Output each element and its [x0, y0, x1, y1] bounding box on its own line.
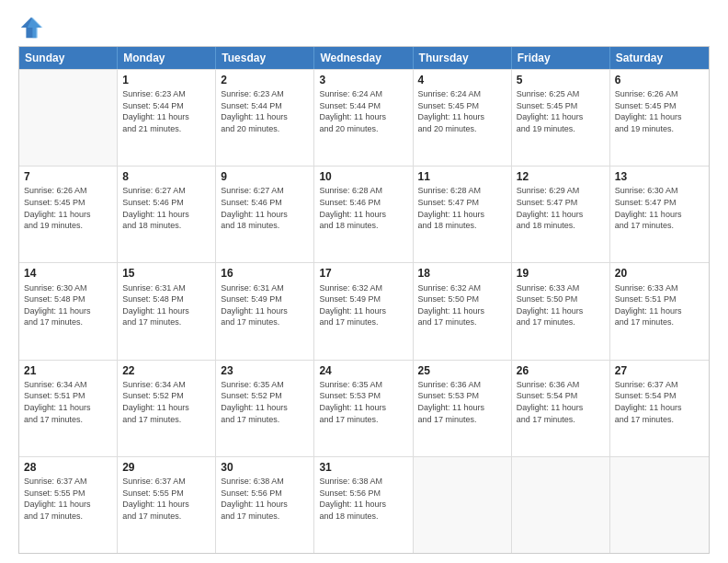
day-number: 25	[418, 363, 506, 378]
day-info: Sunrise: 6:37 AM Sunset: 5:55 PM Dayligh…	[122, 476, 210, 522]
day-number: 12	[517, 169, 605, 184]
cal-cell: 5Sunrise: 6:25 AM Sunset: 5:45 PM Daylig…	[512, 70, 610, 166]
day-info: Sunrise: 6:26 AM Sunset: 5:45 PM Dayligh…	[24, 185, 112, 231]
cal-cell: 24Sunrise: 6:35 AM Sunset: 5:53 PM Dayli…	[314, 361, 413, 456]
cal-week-3: 14Sunrise: 6:30 AM Sunset: 5:48 PM Dayli…	[19, 262, 709, 359]
day-number: 28	[24, 460, 112, 475]
day-info: Sunrise: 6:28 AM Sunset: 5:46 PM Dayligh…	[319, 185, 407, 231]
page: SundayMondayTuesdayWednesdayThursdayFrid…	[0, 0, 728, 563]
cal-cell: 19Sunrise: 6:33 AM Sunset: 5:50 PM Dayli…	[512, 263, 610, 359]
day-info: Sunrise: 6:31 AM Sunset: 5:49 PM Dayligh…	[221, 282, 309, 328]
cal-cell	[414, 457, 512, 553]
day-number: 10	[319, 169, 407, 184]
day-info: Sunrise: 6:29 AM Sunset: 5:47 PM Dayligh…	[517, 185, 605, 231]
day-info: Sunrise: 6:27 AM Sunset: 5:46 PM Dayligh…	[122, 185, 210, 231]
cal-cell: 8Sunrise: 6:27 AM Sunset: 5:46 PM Daylig…	[118, 167, 216, 262]
day-number: 26	[517, 363, 605, 378]
day-info: Sunrise: 6:24 AM Sunset: 5:44 PM Dayligh…	[319, 88, 407, 134]
cal-week-1: 1Sunrise: 6:23 AM Sunset: 5:44 PM Daylig…	[19, 69, 709, 166]
cal-cell: 7Sunrise: 6:26 AM Sunset: 5:45 PM Daylig…	[19, 167, 118, 262]
cal-week-5: 28Sunrise: 6:37 AM Sunset: 5:55 PM Dayli…	[19, 456, 709, 553]
day-info: Sunrise: 6:36 AM Sunset: 5:53 PM Dayligh…	[418, 379, 506, 425]
day-number: 19	[517, 266, 605, 281]
day-number: 7	[24, 169, 112, 184]
cal-cell: 21Sunrise: 6:34 AM Sunset: 5:51 PM Dayli…	[19, 361, 118, 456]
day-number: 5	[517, 73, 605, 87]
cal-header-sunday: Sunday	[19, 47, 118, 69]
day-number: 15	[122, 266, 210, 281]
cal-cell: 30Sunrise: 6:38 AM Sunset: 5:56 PM Dayli…	[216, 457, 314, 553]
cal-cell: 11Sunrise: 6:28 AM Sunset: 5:47 PM Dayli…	[414, 167, 512, 262]
cal-cell: 25Sunrise: 6:36 AM Sunset: 5:53 PM Dayli…	[414, 361, 512, 456]
day-number: 1	[122, 73, 210, 87]
calendar-body: 1Sunrise: 6:23 AM Sunset: 5:44 PM Daylig…	[19, 69, 709, 553]
cal-cell: 13Sunrise: 6:30 AM Sunset: 5:47 PM Dayli…	[610, 167, 709, 262]
cal-cell: 26Sunrise: 6:36 AM Sunset: 5:54 PM Dayli…	[512, 361, 610, 456]
day-number: 3	[319, 73, 407, 87]
cal-cell: 28Sunrise: 6:37 AM Sunset: 5:55 PM Dayli…	[19, 457, 118, 553]
cal-cell: 14Sunrise: 6:30 AM Sunset: 5:48 PM Dayli…	[19, 263, 118, 359]
day-number: 20	[615, 266, 704, 281]
day-info: Sunrise: 6:34 AM Sunset: 5:52 PM Dayligh…	[122, 379, 210, 425]
day-number: 22	[122, 363, 210, 378]
day-info: Sunrise: 6:30 AM Sunset: 5:47 PM Dayligh…	[615, 185, 704, 231]
day-info: Sunrise: 6:32 AM Sunset: 5:50 PM Dayligh…	[418, 282, 506, 328]
day-number: 18	[418, 266, 506, 281]
day-number: 24	[319, 363, 407, 378]
day-info: Sunrise: 6:35 AM Sunset: 5:53 PM Dayligh…	[319, 379, 407, 425]
logo-icon	[18, 15, 44, 40]
day-number: 27	[615, 363, 704, 378]
cal-week-2: 7Sunrise: 6:26 AM Sunset: 5:45 PM Daylig…	[19, 166, 709, 262]
cal-cell: 2Sunrise: 6:23 AM Sunset: 5:44 PM Daylig…	[216, 70, 314, 166]
day-info: Sunrise: 6:28 AM Sunset: 5:47 PM Dayligh…	[418, 185, 506, 231]
header	[18, 15, 710, 40]
cal-cell	[19, 70, 118, 166]
cal-header-thursday: Thursday	[414, 47, 512, 69]
day-info: Sunrise: 6:35 AM Sunset: 5:52 PM Dayligh…	[221, 379, 309, 425]
day-number: 2	[221, 73, 309, 87]
day-number: 17	[319, 266, 407, 281]
day-info: Sunrise: 6:25 AM Sunset: 5:45 PM Dayligh…	[517, 88, 605, 134]
cal-cell: 4Sunrise: 6:24 AM Sunset: 5:45 PM Daylig…	[414, 70, 512, 166]
day-number: 30	[221, 460, 309, 475]
calendar: SundayMondayTuesdayWednesdayThursdayFrid…	[18, 46, 710, 554]
cal-cell: 9Sunrise: 6:27 AM Sunset: 5:46 PM Daylig…	[216, 167, 314, 262]
cal-header-monday: Monday	[118, 47, 216, 69]
day-info: Sunrise: 6:38 AM Sunset: 5:56 PM Dayligh…	[221, 476, 309, 522]
cal-cell: 27Sunrise: 6:37 AM Sunset: 5:54 PM Dayli…	[610, 361, 709, 456]
day-info: Sunrise: 6:32 AM Sunset: 5:49 PM Dayligh…	[319, 282, 407, 328]
cal-header-wednesday: Wednesday	[314, 47, 413, 69]
day-info: Sunrise: 6:38 AM Sunset: 5:56 PM Dayligh…	[319, 476, 407, 522]
day-number: 14	[24, 266, 112, 281]
cal-header-friday: Friday	[512, 47, 610, 69]
cal-cell: 18Sunrise: 6:32 AM Sunset: 5:50 PM Dayli…	[414, 263, 512, 359]
day-number: 31	[319, 460, 407, 475]
cal-cell: 20Sunrise: 6:33 AM Sunset: 5:51 PM Dayli…	[610, 263, 709, 359]
day-info: Sunrise: 6:31 AM Sunset: 5:48 PM Dayligh…	[122, 282, 210, 328]
day-info: Sunrise: 6:33 AM Sunset: 5:50 PM Dayligh…	[517, 282, 605, 328]
day-info: Sunrise: 6:37 AM Sunset: 5:54 PM Dayligh…	[615, 379, 704, 425]
calendar-header-row: SundayMondayTuesdayWednesdayThursdayFrid…	[19, 47, 709, 69]
day-info: Sunrise: 6:33 AM Sunset: 5:51 PM Dayligh…	[615, 282, 704, 328]
day-info: Sunrise: 6:30 AM Sunset: 5:48 PM Dayligh…	[24, 282, 112, 328]
cal-cell: 12Sunrise: 6:29 AM Sunset: 5:47 PM Dayli…	[512, 167, 610, 262]
day-number: 4	[418, 73, 506, 87]
day-number: 21	[24, 363, 112, 378]
cal-cell: 1Sunrise: 6:23 AM Sunset: 5:44 PM Daylig…	[118, 70, 216, 166]
day-number: 6	[615, 73, 704, 87]
cal-cell: 22Sunrise: 6:34 AM Sunset: 5:52 PM Dayli…	[118, 361, 216, 456]
logo	[18, 18, 48, 40]
day-number: 13	[615, 169, 704, 184]
cal-cell: 17Sunrise: 6:32 AM Sunset: 5:49 PM Dayli…	[314, 263, 413, 359]
day-number: 8	[122, 169, 210, 184]
cal-cell: 6Sunrise: 6:26 AM Sunset: 5:45 PM Daylig…	[610, 70, 709, 166]
day-info: Sunrise: 6:23 AM Sunset: 5:44 PM Dayligh…	[122, 88, 210, 134]
cal-cell	[512, 457, 610, 553]
day-info: Sunrise: 6:37 AM Sunset: 5:55 PM Dayligh…	[24, 476, 112, 522]
cal-cell: 3Sunrise: 6:24 AM Sunset: 5:44 PM Daylig…	[314, 70, 413, 166]
cal-cell: 10Sunrise: 6:28 AM Sunset: 5:46 PM Dayli…	[314, 167, 413, 262]
day-info: Sunrise: 6:36 AM Sunset: 5:54 PM Dayligh…	[517, 379, 605, 425]
cal-cell: 31Sunrise: 6:38 AM Sunset: 5:56 PM Dayli…	[314, 457, 413, 553]
cal-cell: 29Sunrise: 6:37 AM Sunset: 5:55 PM Dayli…	[118, 457, 216, 553]
cal-header-tuesday: Tuesday	[216, 47, 314, 69]
